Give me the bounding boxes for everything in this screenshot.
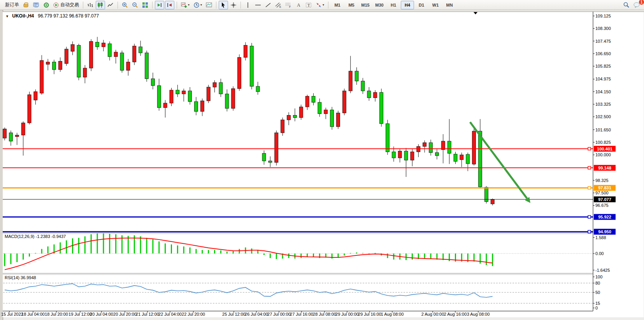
zoom-out-icon[interactable] [130, 1, 140, 9]
cursor-icon [220, 2, 226, 8]
candles-icon [97, 2, 104, 8]
zoom-in-icon[interactable] [120, 1, 130, 9]
linechart-icon [107, 2, 114, 8]
symbol-period-label: UKOil-,H4 [12, 13, 34, 19]
equidistant-channel-icon[interactable]: E [274, 1, 283, 9]
indicator-icon [181, 2, 187, 8]
candle [281, 120, 284, 133]
candle [176, 90, 179, 94]
date-tick-label: 20 Jul 04:00 [90, 312, 113, 317]
market-icon[interactable] [42, 1, 51, 9]
vline-icon [245, 2, 251, 8]
timeframe-button-D1[interactable]: D1 [415, 1, 428, 9]
new-order-button[interactable]: 新订单 [2, 1, 21, 9]
line-handle[interactable] [588, 147, 591, 150]
date-tick-label: 3 Aug 08:00 [467, 312, 490, 317]
candle [133, 46, 136, 62]
candle [491, 199, 494, 204]
candle [40, 61, 44, 93]
bar-chart-icon[interactable] [86, 1, 95, 9]
indicators-icon[interactable]: ▾ [179, 1, 191, 9]
timeframe-button-MN[interactable]: MN [443, 1, 456, 9]
timeframe-button-H4[interactable]: H4 [401, 1, 414, 9]
line-handle[interactable] [588, 215, 591, 218]
fibonacci-icon[interactable]: F [284, 1, 293, 9]
date-tick-label: 21 Jul 12:00 [136, 312, 159, 317]
arrows-icon[interactable]: ▾ [314, 1, 326, 9]
autotrading-button[interactable]: 自动交易 [52, 1, 81, 9]
price-tick-label: 101.650 [595, 128, 611, 132]
line-handle[interactable] [588, 230, 591, 233]
line-handle[interactable] [588, 166, 591, 169]
bars-icon [87, 2, 93, 8]
history-center-icon[interactable] [21, 1, 31, 9]
date-tick-label: 18 Jul 20:00 [45, 312, 68, 317]
candle [355, 71, 358, 81]
text-icon[interactable]: A [294, 1, 303, 9]
chart-shift-icon[interactable] [165, 1, 174, 9]
svg-text:E: E [279, 5, 281, 8]
candle [188, 91, 192, 101]
autoscroll-icon [156, 2, 163, 8]
candle [472, 131, 476, 164]
templates-icon[interactable] [204, 1, 214, 9]
rsi-indicator-label: RSI(14) 36.9948 [5, 275, 36, 280]
trendline-icon[interactable] [263, 1, 273, 9]
date-tick-label: 27 Jul 16:00 [290, 312, 313, 317]
golddocs-icon [23, 2, 29, 8]
candle [367, 91, 371, 98]
chart-canvas[interactable]: 109.125108.300107.475106.650105.825104.9… [0, 0, 644, 320]
toolbar-separator [83, 2, 83, 9]
notifications-button[interactable]: 1 [632, 1, 642, 9]
candle [46, 62, 50, 64]
candle [139, 47, 142, 53]
text-label-icon[interactable]: T [304, 1, 313, 9]
candle [299, 107, 303, 117]
candle [170, 90, 173, 103]
date-tick-label: 20 Jul 20:00 [113, 312, 137, 317]
tiles-icon [142, 2, 148, 8]
candle [89, 42, 93, 68]
candle [256, 86, 260, 92]
tile-windows-icon[interactable] [140, 1, 150, 9]
candle [386, 124, 389, 152]
chevron-down-icon: ▾ [188, 3, 190, 7]
cursor-icon[interactable] [219, 1, 228, 9]
price-line-label-text: 100.401 [597, 147, 612, 151]
horizontal-line-icon[interactable] [253, 1, 263, 9]
toolbar-separator [177, 2, 177, 9]
price-tick-label: 108.300 [595, 26, 611, 31]
price-tick-label: 104.150 [595, 89, 611, 94]
template-icon [206, 2, 212, 8]
crosshair-icon[interactable] [229, 1, 238, 9]
candle [398, 151, 402, 158]
chevron-down-icon: ▾ [200, 3, 202, 7]
ohlc-readout: 96.779 97.132 96.678 97.077 [38, 13, 99, 19]
candle [268, 161, 272, 163]
fibo-icon: F [285, 2, 291, 8]
line-chart-icon[interactable] [106, 1, 115, 9]
timeframe-button-M30[interactable]: M30 [373, 1, 386, 9]
date-tick-label: 22 Jul 20:00 [182, 312, 205, 317]
periods-icon[interactable]: ▾ [192, 1, 204, 9]
vertical-line-icon[interactable] [243, 1, 253, 9]
timeframe-button-M1[interactable]: M1 [331, 1, 344, 9]
date-tick-label: 25 Jul 12:00 [222, 312, 246, 317]
timeframe-button-H1[interactable]: H1 [387, 1, 400, 9]
timeframe-button-W1[interactable]: W1 [429, 1, 442, 9]
timeframe-button-M15[interactable]: M15 [359, 1, 372, 9]
price-tick-label: 97.500 [595, 191, 609, 195]
price-tick-label: 103.325 [595, 102, 611, 107]
candle [380, 93, 383, 124]
candle [349, 71, 352, 91]
search-button[interactable] [621, 1, 631, 9]
timeframe-button-M5[interactable]: M5 [345, 1, 358, 9]
candlestick-chart-icon[interactable] [96, 1, 105, 9]
one-click-trading-toggle-icon[interactable]: ▼ [5, 14, 9, 18]
line-handle[interactable] [588, 187, 591, 189]
zoomin-icon [122, 2, 128, 8]
candle [58, 61, 62, 70]
candle [28, 95, 31, 123]
metaeditor-icon[interactable] [32, 1, 41, 9]
auto-scroll-icon[interactable] [155, 1, 164, 9]
